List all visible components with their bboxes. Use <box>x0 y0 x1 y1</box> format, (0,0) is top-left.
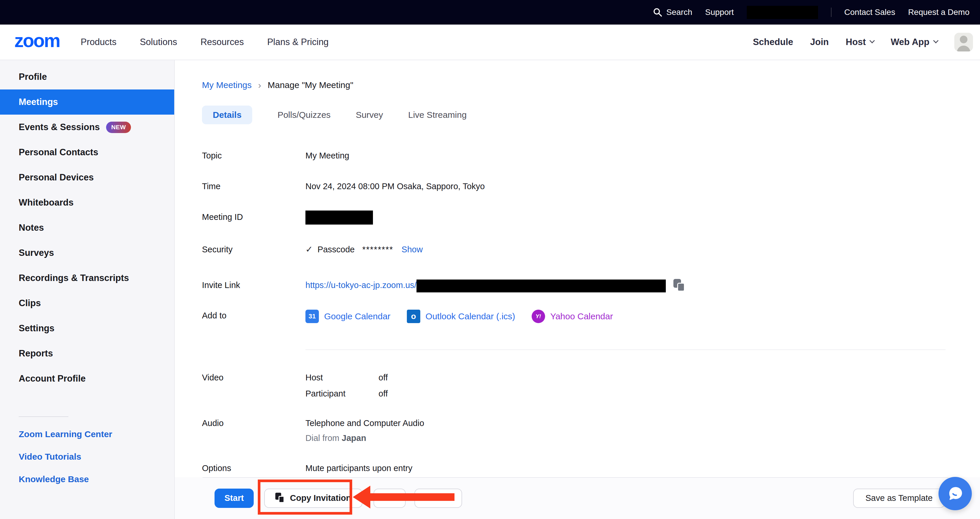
redacted-meeting-id <box>305 210 373 224</box>
show-passcode-link[interactable]: Show <box>402 245 423 254</box>
host-dropdown[interactable]: Host <box>846 37 874 47</box>
options-value: Mute participants upon entry <box>305 461 412 476</box>
section-divider <box>305 349 945 350</box>
sidebar-divider <box>19 416 68 417</box>
google-calendar-icon: 31 <box>305 310 319 323</box>
invite-link-label: Invite Link <box>202 278 305 292</box>
breadcrumb: My Meetings › Manage "My Meeting" <box>202 79 945 91</box>
invite-url[interactable]: https://u-tokyo-ac-jp.zoom.us/ <box>305 280 417 290</box>
checkmark-icon: ✓ <box>305 244 313 254</box>
outlook-calendar-link[interactable]: o Outlook Calendar (.ics) <box>407 309 515 324</box>
time-value: Nov 24, 2024 08:00 PM Osaka, Sapporo, To… <box>305 179 485 194</box>
yahoo-calendar-link[interactable]: Y! Yahoo Calendar <box>531 309 613 324</box>
breadcrumb-current: Manage "My Meeting" <box>268 80 353 90</box>
dial-country: Japan <box>342 433 366 443</box>
save-as-template-button[interactable]: Save as Template <box>853 489 945 508</box>
add-to-row: Add to 31 Google Calendar o Outlook Cale… <box>202 308 945 325</box>
yahoo-calendar-icon: Y! <box>531 310 545 323</box>
zoom-web-portal: Search Support Contact Sales Request a D… <box>0 0 980 519</box>
breadcrumb-my-meetings[interactable]: My Meetings <box>202 80 251 90</box>
tab-survey[interactable]: Survey <box>356 110 383 120</box>
audio-label: Audio <box>202 416 305 430</box>
time-row: Time Nov 24, 2024 08:00 PM Osaka, Sappor… <box>202 179 945 194</box>
chat-widget-button[interactable] <box>939 477 972 510</box>
dial-from: Dial from Japan <box>305 431 424 445</box>
primary-nav: Products Solutions Resources Plans & Pri… <box>81 37 329 47</box>
contact-sales-link[interactable]: Contact Sales <box>845 8 895 17</box>
copy-link-icon[interactable] <box>673 279 686 293</box>
sidebar-item-reports[interactable]: Reports <box>0 341 174 366</box>
passcode-mask: ******** <box>363 245 393 254</box>
nav-solutions[interactable]: Solutions <box>140 37 177 47</box>
sidebar-item-notes[interactable]: Notes <box>0 215 174 240</box>
chat-bubble-icon <box>945 484 965 503</box>
sidebar-item-personal-devices[interactable]: Personal Devices <box>0 165 174 190</box>
search-label: Search <box>667 8 692 17</box>
video-host-row: Host off <box>305 370 388 385</box>
sidebar-link-video-tutorials[interactable]: Video Tutorials <box>0 445 174 468</box>
sidebar-item-events-sessions[interactable]: Events & SessionsNEW <box>0 115 174 140</box>
nav-resources[interactable]: Resources <box>200 37 244 47</box>
search-button[interactable]: Search <box>653 8 692 17</box>
add-to-label: Add to <box>202 308 305 323</box>
topic-value: My Meeting <box>305 148 349 163</box>
video-row: Video Host off Participant off <box>202 370 945 401</box>
topic-row: Topic My Meeting <box>202 148 945 163</box>
person-icon <box>960 36 967 43</box>
tab-details[interactable]: Details <box>202 105 252 124</box>
sidebar: Profile Meetings Events & SessionsNEW Pe… <box>0 60 175 519</box>
tab-live-streaming[interactable]: Live Streaming <box>408 110 467 120</box>
schedule-link[interactable]: Schedule <box>753 37 793 47</box>
sidebar-item-surveys[interactable]: Surveys <box>0 240 174 266</box>
annotation-arrow-icon <box>353 486 370 508</box>
options-label: Options <box>202 461 305 476</box>
meeting-id-row: Meeting ID <box>202 210 945 224</box>
chevron-down-icon <box>870 38 875 43</box>
annotation-highlight-box <box>258 479 352 514</box>
top-utility-bar: Search Support Contact Sales Request a D… <box>0 0 980 25</box>
action-footer: Start Copy Invitation Edit Delete Save a… <box>175 477 980 519</box>
chevron-down-icon <box>933 38 939 43</box>
breadcrumb-separator: › <box>258 80 261 91</box>
web-app-dropdown[interactable]: Web App <box>891 37 937 47</box>
sidebar-item-whiteboards[interactable]: Whiteboards <box>0 190 174 215</box>
audio-row: Audio Telephone and Computer Audio Dial … <box>202 416 945 445</box>
audio-value: Telephone and Computer Audio <box>305 416 424 430</box>
sidebar-item-settings[interactable]: Settings <box>0 316 174 341</box>
google-calendar-link[interactable]: 31 Google Calendar <box>305 309 390 324</box>
video-participant-row: Participant off <box>305 386 388 401</box>
search-icon <box>653 8 662 17</box>
sidebar-item-personal-contacts[interactable]: Personal Contacts <box>0 140 174 165</box>
new-badge: NEW <box>106 122 131 133</box>
redacted-account-text <box>747 6 818 19</box>
start-button[interactable]: Start <box>215 489 254 508</box>
sidebar-link-knowledge-base[interactable]: Knowledge Base <box>0 468 174 490</box>
person-shoulders-icon <box>957 46 970 51</box>
sidebar-item-account-profile[interactable]: Account Profile <box>0 366 174 391</box>
meeting-details-content: My Meetings › Manage "My Meeting" Detail… <box>175 60 980 476</box>
topbar-divider <box>831 8 832 17</box>
time-label: Time <box>202 179 305 194</box>
topic-label: Topic <box>202 148 305 163</box>
request-demo-link[interactable]: Request a Demo <box>908 8 969 17</box>
video-host-label: Host <box>305 370 379 385</box>
sidebar-item-recordings-transcripts[interactable]: Recordings & Transcripts <box>0 266 174 291</box>
security-label: Security <box>202 242 305 257</box>
nav-products[interactable]: Products <box>81 37 116 47</box>
sidebar-item-profile[interactable]: Profile <box>0 64 174 89</box>
main-header: zoom Products Solutions Resources Plans … <box>0 25 980 60</box>
tab-polls-quizzes[interactable]: Polls/Quizzes <box>277 110 331 120</box>
support-link[interactable]: Support <box>705 8 733 17</box>
zoom-logo[interactable]: zoom <box>14 31 60 53</box>
main-panel: My Meetings › Manage "My Meeting" Detail… <box>175 60 980 519</box>
sidebar-item-meetings[interactable]: Meetings <box>0 89 174 115</box>
body-row: Profile Meetings Events & SessionsNEW Pe… <box>0 60 980 519</box>
sidebar-item-clips[interactable]: Clips <box>0 291 174 316</box>
security-row: Security ✓Passcode********Show <box>202 242 945 257</box>
sidebar-link-learning-center[interactable]: Zoom Learning Center <box>0 423 174 445</box>
join-link[interactable]: Join <box>810 37 829 47</box>
redacted-invite-url <box>417 280 666 292</box>
nav-plans-pricing[interactable]: Plans & Pricing <box>267 37 329 47</box>
invite-link-row: Invite Link https://u-tokyo-ac-jp.zoom.u… <box>202 278 945 293</box>
avatar[interactable] <box>954 33 973 51</box>
